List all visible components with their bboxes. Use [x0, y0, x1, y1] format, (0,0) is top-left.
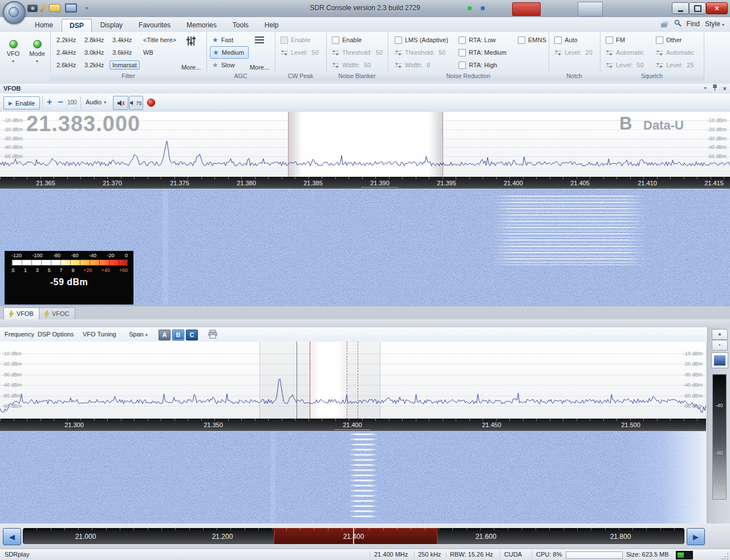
tab-vfoc[interactable]: VFOC	[39, 307, 75, 319]
menu-vfo-tuning[interactable]: VFO Tuning	[83, 331, 116, 338]
vfo-c-button[interactable]: C	[186, 330, 198, 340]
mode-button[interactable]: Mode ▾	[26, 34, 48, 70]
minimize-button[interactable]	[672, 2, 689, 14]
nr-threshold-control[interactable]: Threshold:50	[392, 46, 451, 59]
vfo-b-button[interactable]: B	[172, 330, 184, 340]
nb-enable-checkbox[interactable]: Enable	[330, 34, 385, 46]
titlebar-artifact	[468, 6, 472, 10]
squelch-fm-automatic[interactable]: Automatic	[603, 46, 646, 59]
tab-favourites[interactable]: Favourites	[131, 19, 178, 31]
camera-icon[interactable]	[27, 5, 38, 12]
nr-width-control[interactable]: Width:8	[392, 59, 451, 71]
monitor-level-button[interactable]: 75	[129, 96, 143, 110]
tab-help[interactable]: Help	[257, 19, 286, 31]
filter-title-here[interactable]: <Title here>	[140, 35, 179, 44]
agc-fast-button[interactable]: ★Fast	[210, 34, 248, 46]
printer-icon[interactable]	[208, 330, 218, 341]
waterfall-scheme-button[interactable]	[711, 352, 728, 368]
band-left-button[interactable]: ◀	[3, 528, 21, 545]
filter-inmarsat[interactable]: Inmarsat	[110, 60, 140, 70]
panel-toggle-button[interactable]: ▪	[712, 340, 728, 351]
record-icon[interactable]	[147, 99, 155, 107]
layers-icon[interactable]	[661, 20, 669, 28]
zoom-out-button[interactable]: −	[58, 96, 63, 108]
audio-dropdown[interactable]: Audio ▾	[86, 99, 106, 105]
filter-3_2khz[interactable]: 3.2kHz	[82, 60, 107, 70]
menu-frequency[interactable]: Frequency	[5, 331, 34, 338]
frequency-scale-vfob[interactable]: 21.365 21.370 21.375 21.380 21.385 21.39…	[0, 177, 730, 189]
quick-access-dropdown-icon[interactable]: ▾	[82, 3, 92, 13]
filter-2_4khz[interactable]: 2.4kHz	[54, 48, 79, 57]
cw-level-control[interactable]: Level:50	[278, 46, 321, 59]
waterfall-vfob[interactable]: -120-100-80 -60-40-20 0 S13 579 +20+40+6…	[0, 189, 730, 306]
filter-more-button[interactable]: More...	[178, 34, 204, 72]
vfob-panel-header[interactable]: VFOB ▾ ×	[0, 84, 730, 94]
nr-rta-low-checkbox[interactable]: RTA: Low	[456, 34, 509, 46]
squelch-other-automatic[interactable]: Automatic	[654, 46, 696, 59]
find-button[interactable]: Find	[687, 20, 700, 28]
band-right-button[interactable]: ▶	[687, 528, 705, 545]
close-button[interactable]: ×	[706, 2, 728, 14]
titlebar[interactable]: ▾ SDR Console version 2.3 build 2729 ×	[0, 0, 730, 18]
filter-3_4khz[interactable]: 3.4kHz	[110, 35, 135, 44]
pin-icon[interactable]	[712, 84, 717, 92]
menu-span[interactable]: Span ▾	[129, 331, 148, 338]
noise-blanker-group-label: Noise Blanker	[326, 72, 388, 80]
filter-2_8khz[interactable]: 2.8kHz	[82, 35, 107, 44]
squelch-fm-checkbox[interactable]: FM	[603, 34, 646, 46]
waterfall-wideband[interactable]	[0, 431, 706, 524]
zoom-in-button[interactable]: +	[47, 96, 52, 108]
nb-width-control[interactable]: Width:50	[330, 59, 385, 71]
nr-emns-checkbox[interactable]: EMNS	[516, 34, 549, 46]
tab-home[interactable]: Home	[27, 19, 60, 31]
cw-enable-checkbox[interactable]: Enable	[278, 34, 321, 46]
filter-more-label: More...	[181, 64, 201, 71]
tab-display[interactable]: Display	[93, 19, 130, 31]
tab-vfob[interactable]: VFOB	[3, 307, 39, 319]
display-icon[interactable]	[65, 3, 77, 13]
panel-splitter[interactable]	[0, 319, 730, 327]
nr-rta-high-checkbox[interactable]: RTA: High	[456, 59, 509, 71]
maximize-button[interactable]	[689, 2, 706, 14]
filter-3_6khz[interactable]: 3.6kHz	[110, 48, 135, 57]
frequency-readout[interactable]: 21.383.000	[26, 112, 140, 136]
filter-wb[interactable]: WB	[140, 48, 156, 57]
notch-auto-checkbox[interactable]: Auto	[552, 34, 595, 46]
group-cw-peak: Enable Level:50 CW Peak	[275, 32, 327, 80]
menu-dsp-options[interactable]: DSP Options	[38, 331, 74, 338]
tab-tools[interactable]: Tools	[225, 19, 256, 31]
tab-dsp[interactable]: DSP	[62, 19, 92, 33]
squelch-other-checkbox[interactable]: Other	[654, 34, 696, 46]
band-scale[interactable]: 21.000 21.200 21.400 21.600 21.800	[23, 528, 684, 544]
notch-level-control[interactable]: Level:20	[552, 46, 595, 59]
scroll-up-button[interactable]: ▲	[712, 329, 728, 340]
agc-more-button[interactable]: More...	[246, 34, 273, 72]
frequency-scale-wideband[interactable]: 21.300 21.350 21.400 21.450 21.500	[0, 419, 706, 431]
agc-medium-button[interactable]: ★Medium	[210, 46, 249, 59]
panel-menu-icon[interactable]: ▾	[704, 86, 707, 91]
agc-slow-button[interactable]: ★Slow	[210, 59, 248, 71]
pencil-icon[interactable]	[40, 3, 47, 12]
vfo-button[interactable]: VFO ▾	[2, 34, 24, 70]
filter-3_0khz[interactable]: 3.0kHz	[82, 48, 107, 57]
spectrum-display-vfob[interactable]: -10 dBm -20 dBm -30 dBm -40 dBm -50 dBm …	[0, 112, 730, 177]
nr-rta-medium-checkbox[interactable]: RTA: Medium	[456, 46, 509, 59]
style-button[interactable]: Style ▾	[705, 20, 724, 28]
spectrum-display-wideband[interactable]: -10 dBm -20 dBm -30 dBm -40 dBm -50 dBm …	[0, 342, 706, 419]
panel-close-icon[interactable]: ×	[723, 85, 727, 92]
mute-button[interactable]	[113, 96, 128, 110]
nb-threshold-control[interactable]: Threshold:50	[330, 46, 385, 59]
nr-lms-checkbox[interactable]: LMS (Adaptive)	[392, 34, 451, 46]
monitor-level-value: 75	[136, 100, 141, 106]
squelch-other-level-control[interactable]: Level:25	[654, 59, 696, 71]
vfo-a-button[interactable]: A	[159, 330, 171, 340]
resize-grip[interactable]	[722, 553, 729, 559]
filter-2_6khz[interactable]: 2.6kHz	[54, 60, 79, 70]
enable-button[interactable]: ▶ Enable	[3, 96, 40, 109]
folder-icon[interactable]	[49, 4, 60, 12]
squelch-fm-level-control[interactable]: Level:50	[603, 59, 646, 71]
app-logo-icon[interactable]	[3, 1, 26, 24]
checkbox-icon	[332, 36, 339, 44]
tab-memories[interactable]: Memories	[179, 19, 224, 31]
filter-2_2khz[interactable]: 2.2kHz	[54, 35, 79, 44]
